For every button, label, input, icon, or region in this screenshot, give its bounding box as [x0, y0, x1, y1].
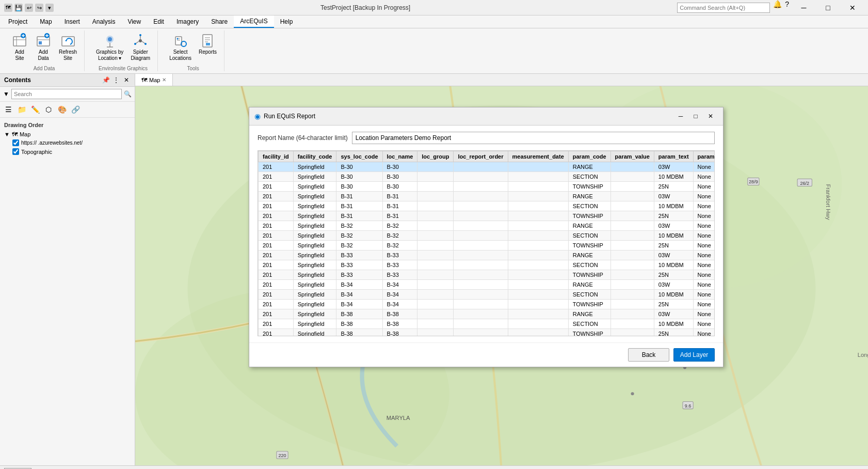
- tab-edit[interactable]: Edit: [147, 15, 170, 28]
- maximize-button[interactable]: □: [816, 0, 840, 15]
- table-row[interactable]: 201SpringfieldB-32B-32TOWNSHIP25NNoneUnk…: [259, 241, 715, 251]
- table-row[interactable]: 201SpringfieldB-38B-38SECTION10 MDBMNone…: [259, 319, 715, 329]
- dialog-minimize-button[interactable]: ─: [673, 111, 688, 122]
- map-tab[interactable]: 🗺 Map ✕: [135, 74, 173, 86]
- table-row[interactable]: 201SpringfieldB-38B-38TOWNSHIP25NNoneUnk…: [259, 329, 715, 337]
- tab-imagery[interactable]: Imagery: [170, 15, 205, 28]
- table-cell-9: 25N: [654, 211, 693, 221]
- topographic-checkbox[interactable]: [12, 148, 19, 155]
- table-cell-2: B-38: [336, 329, 382, 337]
- folder-view-button[interactable]: 📁: [15, 103, 28, 116]
- dialog-close-button[interactable]: ✕: [703, 111, 718, 122]
- table-row[interactable]: 201SpringfieldB-33B-33RANGE03WNoneUnknow…: [259, 251, 715, 260]
- table-cell-9: 25N: [654, 300, 693, 309]
- close-button[interactable]: ✕: [841, 0, 864, 15]
- table-row[interactable]: 201SpringfieldB-31B-31SECTION10 MDBMNone…: [259, 201, 715, 211]
- title-bar: 🗺 💾 ↩ ↪ ▾ TestProject [Backup In Progres…: [0, 0, 868, 15]
- table-cell-6: [508, 290, 568, 300]
- back-button[interactable]: Back: [628, 348, 669, 362]
- tab-help[interactable]: Help: [274, 15, 299, 28]
- col-facility-code: facility_code: [293, 151, 336, 162]
- table-cell-1: Springfield: [293, 260, 336, 270]
- undo-icon[interactable]: ↩: [25, 4, 33, 12]
- list-view-button[interactable]: ☰: [2, 103, 14, 116]
- redo-icon[interactable]: ↪: [35, 4, 43, 12]
- table-row[interactable]: 201SpringfieldB-38B-38RANGE03WNoneUnknow…: [259, 309, 715, 319]
- more-icon[interactable]: ▾: [45, 4, 54, 12]
- sidebar-search-input[interactable]: [11, 89, 122, 99]
- table-header-row: facility_id facility_code sys_loc_code l…: [259, 151, 715, 162]
- table-cell-4: [417, 319, 454, 329]
- reports-button[interactable]: Reports: [196, 30, 220, 64]
- tab-map[interactable]: Map: [34, 15, 58, 28]
- table-row[interactable]: 201SpringfieldB-31B-31TOWNSHIP25NNoneUnk…: [259, 211, 715, 221]
- select-locations-button[interactable]: SelectLocations: [166, 30, 195, 64]
- tab-project[interactable]: Project: [2, 15, 34, 28]
- tab-arcequis[interactable]: ArcEQuIS: [234, 15, 274, 28]
- dialog-maximize-button[interactable]: □: [688, 111, 703, 122]
- refresh-site-label: RefreshSite: [59, 49, 77, 61]
- sidebar-menu-button[interactable]: ⋮: [112, 76, 120, 84]
- azure-layer-checkbox[interactable]: [12, 139, 19, 146]
- table-row[interactable]: 201SpringfieldB-34B-34SECTION10 MDBMNone…: [259, 290, 715, 300]
- tab-analysis[interactable]: Analysis: [86, 15, 122, 28]
- refresh-site-button[interactable]: RefreshSite: [56, 30, 80, 64]
- paint-tool-button[interactable]: 🎨: [56, 103, 68, 116]
- table-cell-0: 201: [259, 192, 294, 201]
- spider-diagram-icon: [132, 33, 149, 49]
- table-row[interactable]: 201SpringfieldB-31B-31RANGE03WNoneUnknow…: [259, 192, 715, 201]
- table-row[interactable]: 201SpringfieldB-34B-34RANGE03WNoneUnknow…: [259, 280, 715, 290]
- notification-icon[interactable]: 🔔: [773, 0, 782, 15]
- map-tab-close-button[interactable]: ✕: [162, 77, 166, 83]
- table-row[interactable]: 201SpringfieldB-34B-34TOWNSHIP25NNoneUnk…: [259, 300, 715, 309]
- polygon-tool-button[interactable]: ⬡: [42, 103, 55, 116]
- table-cell-9: 10 MDBM: [654, 290, 693, 300]
- table-cell-4: [417, 309, 454, 319]
- col-param-code: param_code: [568, 151, 610, 162]
- add-data-button[interactable]: AddData: [32, 30, 55, 64]
- table-row[interactable]: 201SpringfieldB-30B-30RANGE03WNoneUnknow…: [259, 162, 715, 172]
- table-row[interactable]: 201SpringfieldB-32B-32SECTION10 MDBMNone…: [259, 231, 715, 241]
- table-cell-7: TOWNSHIP: [568, 270, 610, 280]
- data-table: facility_id facility_code sys_loc_code l…: [258, 151, 715, 336]
- table-row[interactable]: 201SpringfieldB-33B-33TOWNSHIP25NNoneUnk…: [259, 270, 715, 280]
- data-table-container[interactable]: facility_id facility_code sys_loc_code l…: [258, 150, 715, 336]
- table-cell-0: 201: [259, 251, 294, 260]
- table-row[interactable]: 201SpringfieldB-32B-32RANGE03WNoneUnknow…: [259, 221, 715, 231]
- spider-diagram-button[interactable]: SpiderDiagram: [127, 30, 153, 64]
- reports-label: Reports: [199, 49, 217, 55]
- table-cell-4: [417, 192, 454, 201]
- table-cell-10: None: [693, 211, 715, 221]
- minimize-button[interactable]: ─: [792, 0, 815, 15]
- map-canvas[interactable]: Frankfort Hwy Plum Run Rd MARYLA Long Rd…: [135, 86, 868, 465]
- tab-share[interactable]: Share: [205, 15, 234, 28]
- graphics-by-location-button[interactable]: Graphics byLocation ▾: [93, 30, 126, 64]
- save-icon[interactable]: 💾: [14, 4, 23, 12]
- table-cell-0: 201: [259, 280, 294, 290]
- link-tool-button[interactable]: 🔗: [69, 103, 82, 116]
- table-cell-3: B-38: [382, 319, 417, 329]
- map-expand-icon[interactable]: ▼: [4, 131, 10, 137]
- col-measurement-date: measurement_date: [508, 151, 568, 162]
- table-cell-6: [508, 241, 568, 251]
- table-cell-5: [454, 300, 508, 309]
- report-name-input[interactable]: [352, 132, 715, 144]
- table-cell-1: Springfield: [293, 251, 336, 260]
- table-row[interactable]: 201SpringfieldB-30B-30SECTION10 MDBMNone…: [259, 172, 715, 182]
- table-row[interactable]: 201SpringfieldB-30B-30TOWNSHIP25NNoneUnk…: [259, 182, 715, 192]
- sidebar-pin-button[interactable]: 📌: [102, 76, 110, 84]
- pencil-tool-button[interactable]: ✏️: [29, 103, 41, 116]
- dialog-title: ◉ Run EQuIS Report: [254, 112, 315, 120]
- command-search[interactable]: [677, 3, 770, 13]
- table-row[interactable]: 201SpringfieldB-33B-33SECTION10 MDBMNone…: [259, 260, 715, 270]
- report-name-row: Report Name (64-character limit): [258, 132, 715, 144]
- tab-insert[interactable]: Insert: [58, 15, 86, 28]
- sidebar-close-button[interactable]: ✕: [122, 76, 131, 84]
- add-layer-button[interactable]: Add Layer: [673, 348, 715, 362]
- add-site-button[interactable]: AddSite: [8, 30, 31, 64]
- sidebar-title: Contents: [4, 76, 31, 84]
- table-cell-6: [508, 192, 568, 201]
- help-icon[interactable]: ?: [783, 0, 791, 15]
- search-magnifier-icon[interactable]: 🔍: [124, 90, 132, 98]
- tab-view[interactable]: View: [121, 15, 147, 28]
